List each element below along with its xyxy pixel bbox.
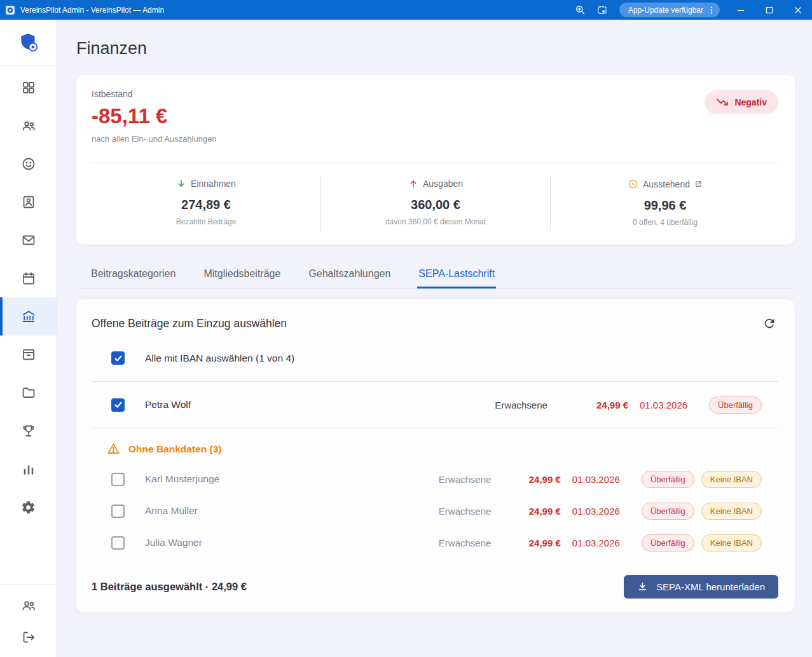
balance-label: Istbestand	[92, 89, 780, 99]
status-badge-overdue: Überfällig	[709, 396, 762, 414]
mail-icon	[21, 233, 36, 248]
status-badge-no-iban: Keine IBAN	[701, 534, 762, 552]
sidebar-item-settings[interactable]	[0, 488, 57, 526]
refresh-icon[interactable]	[760, 315, 778, 332]
member-name: Petra Wolf	[145, 399, 446, 410]
zoom-icon[interactable]	[570, 0, 591, 20]
tab-beitragskategorien[interactable]: Beitragskategorien	[90, 260, 177, 288]
screenshot-icon[interactable]	[591, 0, 613, 20]
sidebar-item-face[interactable]	[0, 145, 57, 183]
titlebar: VereinsPilot Admin - VereinsPilot — Admi…	[0, 0, 812, 20]
sidebar-item-users[interactable]	[0, 590, 57, 621]
member-due-date: 01.03.2026	[640, 400, 687, 410]
member-row: Karl Musterjunge Erwachsene 24,99 € 01.0…	[92, 463, 778, 495]
stat-label: Ausgaben	[423, 179, 463, 189]
stat-ausstehend: Ausstehend 99,96 € 0 offen, 4 überfällig	[550, 175, 780, 231]
maximize-button[interactable]	[755, 0, 783, 20]
folder-icon	[21, 385, 36, 400]
sidebar-item-inventory[interactable]	[0, 335, 57, 374]
member-amount: 24,99 €	[529, 506, 561, 517]
sepa-xml-download-button[interactable]: SEPA-XML herunterladen	[624, 575, 778, 599]
arrow-down-icon	[176, 179, 186, 189]
no-bankdata-label: Ohne Bankdaten (3)	[128, 444, 221, 455]
member-name: Julia Wagner	[145, 537, 401, 548]
summary-card: Istbestand -85,11 € nach allen Ein- und …	[76, 75, 795, 245]
sidebar	[0, 20, 57, 657]
dashboard-grid-icon	[21, 80, 36, 95]
divider	[92, 428, 778, 428]
status-badge-no-iban: Keine IBAN	[701, 503, 762, 520]
kebab-menu-icon[interactable]	[707, 6, 716, 15]
sidebar-item-calendar[interactable]	[0, 259, 57, 297]
sidebar-item-members[interactable]	[0, 107, 57, 145]
member-amount: 24,99 €	[529, 474, 561, 485]
trophy-icon	[21, 423, 36, 438]
trend-badge: Negativ	[705, 90, 778, 114]
member-name: Anna Müller	[145, 505, 401, 517]
member-due-date: 01.03.2026	[572, 538, 620, 548]
tab-gehaltszahlungen[interactable]: Gehaltszahlungen	[307, 260, 392, 288]
member-category: Erwachsene	[401, 506, 529, 517]
page-title: Finanzen	[76, 39, 795, 58]
sidebar-item-documents[interactable]	[0, 374, 57, 412]
member-row: Petra Wolf Erwachsene 24,99 € 01.03.2026…	[92, 382, 778, 428]
stat-label: Einnahmen	[191, 179, 236, 189]
sidebar-item-finanzen[interactable]	[0, 297, 57, 335]
sidebar-item-trophies[interactable]	[0, 412, 57, 450]
minimize-button[interactable]	[726, 0, 755, 20]
status-badge-overdue: Überfällig	[642, 471, 694, 488]
app-update-button[interactable]: App-Update verfügbar	[619, 3, 720, 17]
external-link-icon[interactable]	[694, 180, 703, 188]
status-badge-no-iban: Keine IBAN	[701, 471, 762, 488]
status-badge-overdue: Überfällig	[642, 534, 694, 552]
sepa-card: Offene Beiträge zum Einzug auswählen All…	[76, 299, 795, 613]
app-icon	[5, 5, 15, 15]
id-badge-icon	[21, 194, 36, 210]
sepa-heading: Offene Beiträge zum Einzug auswählen	[92, 317, 287, 330]
member-checkbox[interactable]	[111, 505, 125, 518]
tab-bar: Beitragskategorien Mitgliedsbeiträge Geh…	[76, 260, 795, 289]
member-due-date: 01.03.2026	[572, 506, 620, 517]
select-all-label: Alle mit IBAN auswählen (1 von 4)	[145, 353, 294, 364]
sidebar-item-badge[interactable]	[0, 183, 57, 221]
stat-caption: davon 360,00 € diesen Monat	[321, 217, 550, 226]
tab-mitgliedsbeitraege[interactable]: Mitgliedsbeiträge	[202, 260, 282, 288]
stat-value: 99,96 €	[551, 198, 780, 213]
member-checkbox[interactable]	[111, 536, 125, 550]
app-logo	[18, 32, 39, 53]
member-checkbox[interactable]	[111, 473, 125, 486]
selection-summary: 1 Beiträge ausgewählt · 24,99 €	[92, 581, 247, 593]
member-checkbox[interactable]	[111, 398, 125, 412]
bar-chart-icon	[21, 461, 36, 477]
download-icon	[637, 581, 648, 592]
smiley-icon	[21, 156, 36, 172]
stat-caption: 0 offen, 4 überfällig	[551, 218, 780, 227]
member-amount: 24,99 €	[596, 400, 628, 410]
member-due-date: 01.03.2026	[572, 474, 620, 485]
close-button[interactable]	[783, 0, 812, 20]
member-category: Erwachsene	[446, 400, 596, 410]
window-title: VereinsPilot Admin - VereinsPilot — Admi…	[20, 6, 164, 15]
clock-icon	[628, 179, 638, 189]
logout-icon	[21, 630, 36, 645]
calendar-icon	[21, 271, 36, 286]
sidebar-item-logout[interactable]	[0, 621, 57, 653]
archive-box-icon	[21, 347, 36, 362]
sidebar-item-statistics[interactable]	[0, 450, 57, 488]
gear-icon	[21, 500, 36, 515]
tab-sepa-lastschrift[interactable]: SEPA-Lastschrift	[417, 260, 496, 288]
app-update-label: App-Update verfügbar	[628, 6, 703, 15]
member-row: Anna Müller Erwachsene 24,99 € 01.03.202…	[92, 495, 778, 527]
trending-down-icon	[716, 96, 729, 109]
member-category: Erwachsene	[401, 474, 529, 485]
select-all-checkbox[interactable]	[111, 351, 125, 365]
sidebar-item-dashboard[interactable]	[0, 69, 57, 107]
member-amount: 24,99 €	[529, 538, 561, 548]
arrow-up-icon	[408, 179, 418, 189]
sidebar-item-mail[interactable]	[0, 221, 57, 259]
stat-ausgaben: Ausgaben 360,00 € davon 360,00 € diesen …	[320, 175, 550, 231]
stat-value: 274,89 €	[92, 198, 320, 212]
member-row: Julia Wagner Erwachsene 24,99 € 01.03.20…	[92, 527, 778, 559]
download-button-label: SEPA-XML herunterladen	[656, 581, 765, 592]
status-badge-overdue: Überfällig	[642, 503, 694, 520]
